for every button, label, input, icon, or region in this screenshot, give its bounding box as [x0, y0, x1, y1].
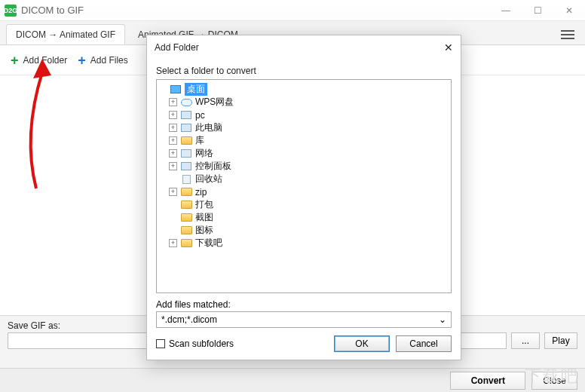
tree-item-label: 此电脑	[195, 121, 222, 134]
fld-icon	[180, 238, 192, 249]
tree-item-label: WPS网盘	[195, 96, 234, 109]
tree-item[interactable]: 打包	[158, 198, 449, 211]
titlebar: D2G DICOM to GIF — ☐ ✕	[0, 0, 585, 21]
bin-icon	[180, 174, 192, 185]
folder-tree[interactable]: 桌面 +WPS网盘+pc+此电脑+库+网络+控制面板回收站+zip打包截图图标+…	[156, 79, 452, 293]
add-folder-label: Add Folder	[23, 55, 68, 66]
tree-item[interactable]: +pc	[158, 109, 449, 121]
plus-icon: +	[78, 54, 86, 67]
dialog-titlebar: Add Folder ✕	[147, 35, 461, 60]
close-button[interactable]: ✕	[553, 0, 585, 20]
tree-item[interactable]: +zip	[158, 185, 449, 198]
tree-item[interactable]: 回收站	[158, 173, 449, 185]
tree-item-label: 图标	[195, 224, 213, 237]
fld-icon	[180, 225, 192, 236]
tree-item[interactable]: +网络	[158, 147, 449, 160]
expander-icon[interactable]: +	[169, 111, 177, 119]
expander-icon[interactable]: +	[169, 98, 177, 106]
minimize-button[interactable]: —	[490, 0, 522, 20]
pc-icon	[180, 161, 192, 172]
tree-item-label: 下载吧	[195, 237, 222, 250]
menu-icon[interactable]	[558, 25, 577, 44]
tree-item[interactable]: +控制面板	[158, 160, 449, 173]
match-value: *.dcm;*.dicom	[161, 314, 217, 325]
tree-item[interactable]: +WPS网盘	[158, 96, 449, 109]
play-button[interactable]: Play	[544, 332, 577, 349]
tab-dicom-to-gif[interactable]: DICOM → Animated GIF	[6, 24, 125, 44]
action-bar: Convert Close	[0, 368, 585, 392]
net-icon	[180, 149, 192, 159]
match-label: Add files matched:	[156, 299, 452, 310]
tree-item-label: 网络	[195, 147, 213, 160]
tree-item-label: 库	[195, 134, 204, 147]
pc-icon	[180, 110, 192, 121]
app-logo: D2G	[5, 5, 17, 17]
maximize-button[interactable]: ☐	[522, 0, 553, 20]
match-combobox[interactable]: *.dcm;*.dicom ⌄	[156, 311, 452, 328]
close-app-button[interactable]: Close	[531, 372, 577, 390]
dialog-close-icon[interactable]: ✕	[444, 41, 453, 54]
fld-icon	[180, 136, 192, 146]
tree-item[interactable]: +此电脑	[158, 121, 449, 134]
pc-icon	[180, 123, 192, 133]
tree-item-label: pc	[195, 110, 205, 121]
convert-button[interactable]: Convert	[450, 372, 525, 390]
fld-icon	[180, 213, 192, 223]
plus-icon: +	[11, 54, 19, 67]
add-files-button[interactable]: + Add Files	[78, 54, 128, 67]
tree-item-label: zip	[195, 187, 207, 198]
ok-button[interactable]: OK	[334, 335, 390, 352]
desktop-icon	[170, 84, 182, 95]
cloud-icon	[180, 97, 192, 108]
browse-button[interactable]: ...	[511, 332, 540, 349]
expander-icon[interactable]: +	[169, 162, 177, 170]
tree-root-label: 桌面	[185, 83, 207, 96]
expander-icon[interactable]: +	[169, 188, 177, 196]
tree-item[interactable]: +库	[158, 134, 449, 147]
chevron-down-icon: ⌄	[439, 314, 446, 325]
add-folder-button[interactable]: + Add Folder	[11, 54, 67, 67]
tree-root[interactable]: 桌面	[158, 83, 449, 96]
add-folder-dialog: Add Folder ✕ Select a folder to convert …	[146, 35, 461, 360]
tree-item-label: 回收站	[195, 173, 222, 185]
fld-icon	[180, 187, 192, 198]
fld-icon	[180, 200, 192, 210]
expander-icon[interactable]: +	[169, 136, 177, 145]
tree-item[interactable]: 图标	[158, 224, 449, 237]
tree-item-label: 截图	[195, 211, 213, 224]
dialog-title: Add Folder	[155, 42, 199, 53]
expander-icon[interactable]: +	[169, 239, 177, 247]
tree-item-label: 打包	[195, 198, 213, 211]
scan-subfolders-label: Scan subfolders	[169, 338, 234, 349]
cancel-button[interactable]: Cancel	[396, 335, 452, 352]
expander-icon[interactable]: +	[169, 149, 177, 158]
expander-icon[interactable]: +	[169, 124, 177, 132]
add-files-label: Add Files	[90, 55, 128, 66]
tree-item-label: 控制面板	[195, 160, 231, 173]
tree-item[interactable]: 截图	[158, 211, 449, 224]
window-title: DICOM to GIF	[21, 5, 490, 16]
select-folder-label: Select a folder to convert	[156, 66, 452, 76]
window-controls: — ☐ ✕	[490, 0, 585, 20]
tree-item[interactable]: +下载吧	[158, 237, 449, 250]
scan-subfolders-checkbox[interactable]	[156, 339, 165, 348]
